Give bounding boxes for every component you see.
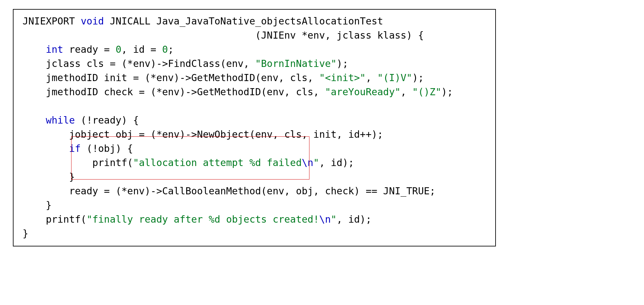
str-alloc-fail-b: " <box>313 157 319 168</box>
code-block: JNIEXPORT void JNICALL Java_JavaToNative… <box>13 9 496 246</box>
code-line-10a <box>23 143 69 154</box>
str-init: "<init>" <box>319 72 366 83</box>
code-line-15a: printf( <box>23 214 87 225</box>
code-line-6c: ); <box>441 86 453 97</box>
code-line-3c: , id = <box>121 44 162 55</box>
code-line-3a <box>23 44 46 55</box>
kw-while: while <box>46 115 75 126</box>
str-alloc-fail-a: "allocation attempt %d failed <box>133 157 302 168</box>
code-line-5c: ); <box>412 72 424 83</box>
code-line-4b: ); <box>336 58 348 69</box>
esc-n-2: \n <box>319 214 331 225</box>
num-0a: 0 <box>116 44 121 55</box>
code-line-3d: ; <box>168 44 174 55</box>
code-line-1b: JNICALL Java_JavaToNative_objectsAllocat… <box>104 15 383 27</box>
code-line-9: jobject obj = (*env)->NewObject(env, cls… <box>23 129 383 140</box>
str-iv: "(I)V" <box>377 72 412 83</box>
code-line-16: } <box>23 228 28 239</box>
code-line-15b: , id); <box>336 214 371 225</box>
str-finally-b: " <box>331 214 336 225</box>
code-line-6b: , <box>401 86 412 97</box>
code-line-11a: printf( <box>23 157 133 168</box>
code-line-4a: jclass cls = (*env)->FindClass(env, <box>23 58 255 69</box>
esc-n-1: \n <box>302 157 313 168</box>
code-line-12: } <box>23 171 75 182</box>
code-line-2: (JNIEnv *env, jclass klass) { <box>23 30 424 41</box>
code-line-8b: (!ready) { <box>75 115 139 126</box>
code-line-5a: jmethodID init = (*env)->GetMethodID(env… <box>23 72 319 83</box>
kw-if: if <box>69 143 81 154</box>
code-line-5b: , <box>366 72 377 83</box>
num-0b: 0 <box>162 44 168 55</box>
kw-int: int <box>46 44 63 55</box>
code-line-14: } <box>23 199 52 211</box>
code-line-13: ready = (*env)->CallBooleanMethod(env, o… <box>23 185 435 197</box>
str-borninnative: "BornInNative" <box>255 58 336 69</box>
code-line-1a: JNIEXPORT <box>23 15 81 27</box>
str-areyouready: "areYouReady" <box>325 86 401 97</box>
code-line-11b: , id); <box>319 157 354 168</box>
str-finally-a: "finally ready after %d objects created! <box>87 214 319 225</box>
code-line-6a: jmethodID check = (*env)->GetMethodID(en… <box>23 86 325 97</box>
code-line-8a <box>23 115 46 126</box>
code-line-10b: (!obj) { <box>81 143 133 154</box>
code-line-3b: ready = <box>63 44 116 55</box>
str-z: "()Z" <box>412 86 441 97</box>
kw-void: void <box>81 15 104 27</box>
